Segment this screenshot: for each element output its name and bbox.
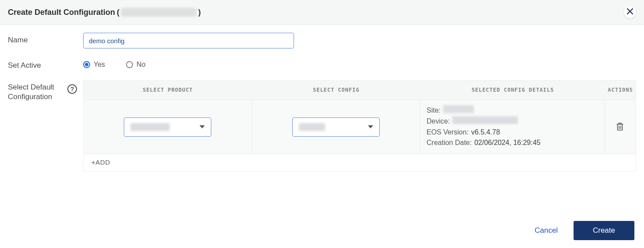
config-details: Site: Device: EOS Version: v6.5.4.78 [420,100,605,154]
title-text: Create Default Configuration [8,8,115,17]
delete-row-button[interactable] [615,122,626,132]
add-row-button[interactable]: +ADD [84,154,636,171]
detail-eos-value: v6.5.4.78 [471,127,500,138]
set-active-label: Set Active [8,58,83,70]
header-product: SELECT PRODUCT [84,87,252,93]
detail-eos-label: EOS Version: [427,127,469,138]
select-product-dropdown[interactable] [124,117,211,137]
detail-device-label: Device: [427,116,450,127]
select-default-config-label: Select Default Configuration ? [8,80,83,102]
header-details: SELECTED CONFIG DETAILS [420,87,605,93]
config-table: SELECT PRODUCT SELECT CONFIG SELECTED CO… [83,80,636,172]
redacted-entity-name [121,8,196,17]
close-icon [627,8,633,16]
radio-yes-label: Yes [94,61,105,69]
help-icon[interactable]: ? [67,84,77,94]
name-input[interactable] [83,33,294,48]
cancel-button[interactable]: Cancel [535,226,558,235]
detail-site-label: Site: [427,105,441,116]
redacted-product-value [130,123,170,131]
paren-close: ) [198,8,201,17]
detail-creation-value: 02/06/2024, 16:29:45 [474,138,540,148]
header-config: SELECT CONFIG [252,87,420,93]
redacted-config-value [299,123,325,131]
trash-icon [615,125,625,133]
table-row: Site: Device: EOS Version: v6.5.4.78 [84,100,636,154]
table-header: SELECT PRODUCT SELECT CONFIG SELECTED CO… [84,80,636,100]
paren-open: ( [117,8,119,17]
close-button[interactable] [624,6,636,18]
form-row-select-default-config: Select Default Configuration ? SELECT PR… [8,80,636,172]
header-actions: ACTIONS [605,87,636,93]
radio-no[interactable]: No [126,61,145,69]
name-label: Name [8,33,83,45]
radio-icon [83,61,90,68]
form-row-name: Name [8,33,636,48]
select-config-dropdown[interactable] [292,117,380,137]
modal-title: Create Default Configuration ( ) [8,8,201,17]
detail-creation-label: Creation Date: [427,138,472,148]
modal-header: Create Default Configuration ( ) [0,0,644,25]
radio-yes[interactable]: Yes [83,61,105,69]
radio-icon [126,61,133,68]
create-default-configuration-modal: Create Default Configuration ( ) Name Se… [0,0,644,248]
form-row-set-active: Set Active Yes No [8,58,636,70]
chevron-down-icon [200,125,205,128]
radio-no-label: No [136,61,145,69]
redacted-device-value [452,116,518,124]
create-button[interactable]: Create [574,221,634,240]
redacted-site-value [443,105,474,113]
modal-footer: Cancel Create [0,214,644,248]
modal-body: Name Set Active Yes No Select Default Co… [0,25,644,214]
chevron-down-icon [368,125,373,128]
